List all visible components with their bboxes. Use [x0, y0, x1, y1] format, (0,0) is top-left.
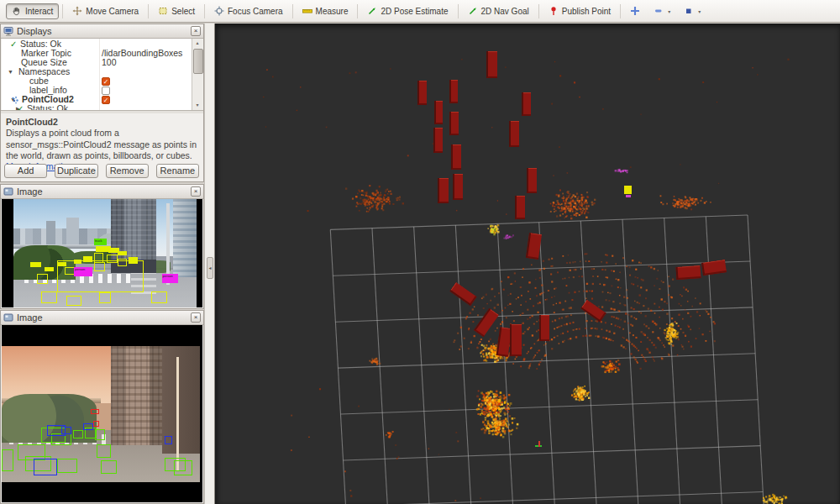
detection-label [57, 262, 66, 266]
lidar-bounding-box [474, 308, 499, 337]
yellow-cube-marker [624, 186, 632, 194]
image1-panel-title: Image [17, 186, 43, 197]
tool-blue-square[interactable]: ▾ [678, 3, 706, 19]
detection-label [30, 262, 41, 268]
toolbar-separator [62, 4, 63, 18]
scroll-down-icon[interactable]: ▾ [192, 101, 202, 110]
tool-2d-nav-goal[interactable]: 2D Nav Goal [462, 3, 535, 19]
tool-blue-dash[interactable]: ▾ [648, 3, 676, 19]
dropdown-caret-icon: ▾ [698, 8, 701, 14]
toolbar-separator [458, 4, 459, 18]
3d-viewport[interactable] [215, 24, 840, 504]
tool-interact[interactable]: Interact [6, 3, 59, 19]
add-button[interactable]: Add [4, 164, 47, 178]
tool-blue-cross[interactable] [624, 3, 646, 19]
tool-select[interactable]: Select [152, 3, 201, 19]
displays-scrollbar[interactable]: ▴ ▾ [192, 39, 202, 110]
lidar-bounding-box [539, 315, 549, 341]
lidar-bounding-box [510, 324, 522, 356]
panel-collapse-handle[interactable]: ◂ [207, 257, 213, 279]
green-arrow-icon [468, 6, 478, 16]
detection-box [66, 296, 81, 306]
description-title: PointCloud2 [6, 117, 58, 127]
detection-box [95, 429, 105, 440]
tool-label: Select [171, 7, 195, 16]
remove-button[interactable]: Remove [106, 164, 149, 178]
tree-row-value[interactable]: 100 [102, 58, 117, 67]
lidar-bounding-box [449, 112, 459, 135]
scroll-up-icon[interactable]: ▴ [192, 39, 202, 48]
tool-2d-pose-estimate[interactable]: 2D Pose Estimate [361, 3, 454, 19]
image1-panel-header[interactable]: Image × [1, 185, 203, 199]
image1-close-button[interactable]: × [191, 186, 201, 197]
image2-panel-header[interactable]: Image × [1, 311, 203, 325]
lidar-bounding-box [515, 196, 525, 219]
image-panel-icon [3, 312, 13, 323]
lidar-bounding-box [449, 282, 476, 306]
description-body: Displays a point cloud from a sensor_msg… [6, 128, 197, 160]
display-description: PointCloud2 Displays a point cloud from … [1, 113, 203, 161]
detection-box [73, 430, 83, 438]
measure-icon [302, 6, 312, 16]
lidar-bounding-box [486, 51, 497, 78]
detection-label [74, 260, 81, 264]
tool-move-camera[interactable]: Move Camera [66, 3, 144, 19]
displays-close-button[interactable]: × [191, 26, 201, 36]
blue-square-icon [684, 6, 694, 16]
detection-box [99, 292, 110, 303]
lidar-bounding-box [417, 81, 427, 105]
toolbar-separator [204, 4, 205, 18]
blue-cross-icon [630, 6, 640, 16]
tool-publish-point[interactable]: Publish Point [543, 3, 617, 19]
scrollbar-thumb[interactable] [193, 49, 203, 74]
image2-close-button[interactable]: × [191, 312, 201, 323]
lidar-bounding-box [527, 168, 537, 193]
detection-box [83, 423, 93, 430]
lidar-bounding-box [438, 178, 449, 203]
tree-row-label: Status: Ok [27, 104, 68, 110]
tool-measure[interactable]: Measure [297, 3, 354, 19]
detection-box [151, 291, 168, 303]
toolbar-separator [538, 4, 539, 18]
tool-label: Publish Point [562, 7, 611, 16]
detection-box [97, 444, 111, 458]
toolbar-separator [148, 4, 149, 18]
displays-tree[interactable]: ✓Status: OkMarker Topic/lidarBoundingBox… [2, 39, 193, 110]
detection-box [101, 460, 117, 474]
checkbox-unchecked[interactable] [102, 87, 110, 95]
checkbox-checked[interactable]: ✓ [102, 77, 110, 86]
image2-content [2, 325, 202, 502]
status-ok-check-icon: ✓ [17, 104, 24, 110]
tool-label: Focus Camera [228, 7, 283, 16]
displays-panel: Displays × ✓Status: OkMarker Topic/lidar… [0, 24, 204, 182]
move-camera-icon [72, 6, 82, 16]
detection-box [107, 255, 118, 263]
toolbar-separator [357, 4, 358, 18]
rviz-window: InteractMove CameraSelectFocus CameraMea… [0, 0, 840, 504]
detection-box [34, 459, 57, 475]
camera-image-day: truckpersonperson [13, 199, 197, 307]
detection-label [83, 256, 92, 262]
detection-label [45, 267, 54, 271]
detection-box [94, 262, 105, 272]
detection-label [118, 251, 127, 255]
detection-box [165, 436, 172, 444]
tool-focus-camera[interactable]: Focus Camera [208, 3, 289, 19]
lidar-bounding-box [676, 265, 701, 280]
image-panel-1: Image × truckper [0, 184, 204, 309]
tree-row-status-ok[interactable]: ▶✓Status: Ok [2, 104, 193, 110]
displays-button-row: AddDuplicateRemoveRename [4, 164, 199, 178]
checkbox-checked[interactable]: ✓ [102, 96, 110, 104]
tool-label: 2D Pose Estimate [381, 7, 448, 16]
status-ok-check-icon: ✓ [10, 39, 17, 49]
detection-box [174, 460, 192, 475]
rename-button[interactable]: Rename [156, 164, 199, 178]
panel-divider[interactable]: ◂ [204, 24, 215, 504]
lidar-bounding-box [449, 80, 458, 103]
displays-panel-header[interactable]: Displays × [1, 24, 203, 39]
expand-arrow-icon[interactable]: ▼ [8, 67, 13, 76]
lidar-bounding-box [433, 128, 443, 153]
duplicate-button[interactable]: Duplicate [55, 164, 97, 178]
detection-label: person [74, 267, 92, 276]
image1-content: truckpersonperson [2, 199, 202, 307]
